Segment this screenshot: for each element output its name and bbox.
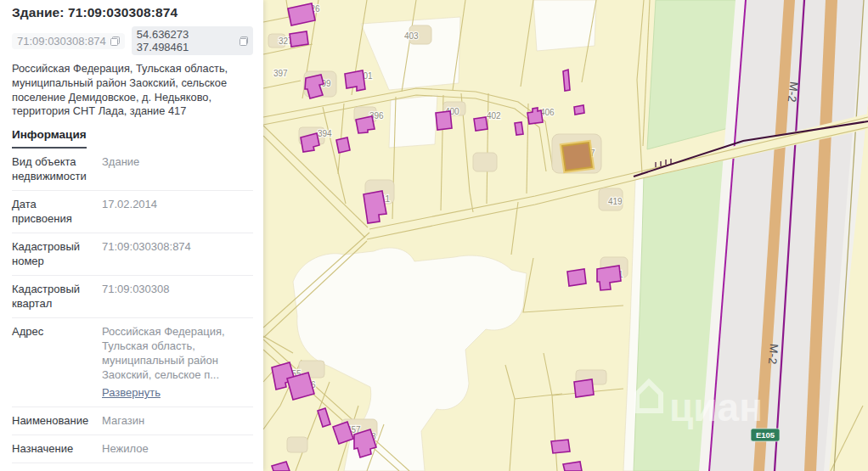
table-row: Кадастровый квартал71:09:030308 [12, 276, 253, 318]
row-label: Адрес [12, 324, 92, 400]
row-label: Кадастровый квартал [12, 282, 92, 311]
coordinates-chip[interactable]: 54.636273 37.498461 [132, 26, 253, 55]
cadastral-number-text: 71:09:030308:874 [17, 35, 106, 48]
tab-information[interactable]: Информация [12, 128, 87, 149]
row-value: 17.02.2014 [102, 197, 157, 226]
parcel-label: 397 [273, 69, 288, 78]
object-address: Российская Федерация, Тульская область, … [12, 62, 253, 119]
building-polygon[interactable] [336, 137, 350, 153]
table-row: НазначениеНежилое [12, 435, 253, 463]
building-polygon[interactable] [567, 269, 586, 286]
table-row: Площадь общая106,4 кв. м [12, 463, 253, 471]
table-row: НаименованиеМагазин [12, 407, 253, 435]
row-label: Наименование [12, 413, 92, 428]
expand-link[interactable]: Развернуть [102, 385, 161, 400]
info-sidebar: Здание: 71:09:030308:874 71:09:030308:87… [0, 0, 263, 471]
table-row: АдресРоссийская Федерация, Тульская обла… [12, 318, 253, 407]
cadastral-number-chip[interactable]: 71:09:030308:874 [12, 33, 125, 49]
building-polygon[interactable] [474, 117, 488, 131]
cadastral-viewer: Здание: 71:09:030308:874 71:09:030308:87… [0, 0, 868, 471]
parcel-label: 403 [404, 31, 419, 41]
info-table: Вид объекта недвижимостиЗданиеДата присв… [12, 149, 253, 471]
table-row: Вид объекта недвижимостиЗдание [12, 149, 253, 191]
row-value: 71:09:030308 [102, 282, 170, 311]
copy-icon[interactable] [240, 36, 248, 46]
row-value: Здание [102, 154, 139, 183]
parcel-label: 419 [608, 197, 623, 206]
highway-label: М-2 [786, 81, 801, 103]
coordinates-text: 54.636273 37.498461 [137, 28, 235, 53]
building-polygon[interactable] [574, 105, 584, 115]
row-value: Магазин [102, 413, 144, 428]
row-value: Нежилое [102, 441, 149, 456]
building-polygon[interactable] [290, 31, 308, 47]
selected-building[interactable] [562, 143, 592, 171]
row-value: 71:09:030308:874 [102, 239, 191, 268]
row-label: Вид объекта недвижимости [12, 154, 92, 183]
row-value: Российская Федерация, Тульская область, … [102, 324, 253, 400]
row-label: Кадастровый номер [12, 239, 92, 268]
building-polygon[interactable] [563, 70, 570, 91]
copy-icon[interactable] [110, 36, 120, 46]
watermark-text: циан [669, 385, 763, 429]
row-label: Дата присвоения [12, 197, 92, 226]
map-canvas[interactable]: 3263273973994014033943964004024064114174… [263, 0, 868, 471]
table-row: Кадастровый номер71:09:030308:874 [12, 233, 253, 276]
id-chips: 71:09:030308:874 54.636273 37.498461 [12, 26, 253, 55]
building-polygon[interactable] [515, 122, 523, 135]
building-polygon[interactable] [551, 440, 570, 453]
cadastral-map[interactable]: 3263273973994014033943964004024064114174… [263, 0, 868, 471]
parcel-label: 394 [318, 129, 332, 138]
building-polygon[interactable] [574, 379, 594, 397]
route-badge: Е105 [751, 429, 780, 441]
selected-building-polygon[interactable] [562, 143, 592, 171]
highway-label: М-2 [766, 343, 781, 365]
parcel-label: 402 [487, 111, 501, 121]
route-badge-text: Е105 [756, 430, 775, 440]
page-title: Здание: 71:09:030308:874 [12, 5, 253, 20]
building-polygon[interactable] [436, 111, 452, 130]
table-row: Дата присвоения17.02.2014 [12, 191, 253, 233]
row-label: Назначение [12, 441, 92, 456]
